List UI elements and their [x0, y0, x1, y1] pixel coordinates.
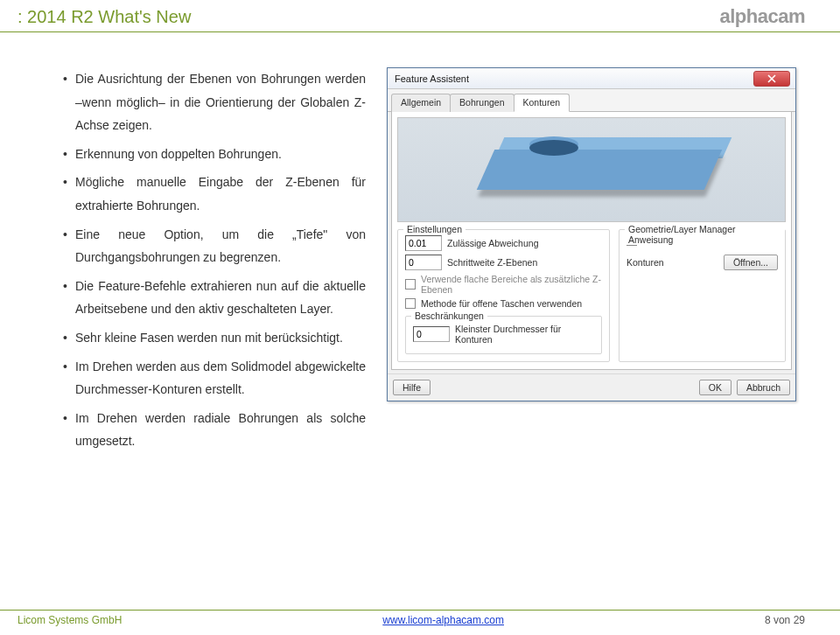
checkbox-flat-areas[interactable]	[405, 279, 416, 290]
dialog-title: Feature Assistent	[395, 73, 469, 84]
close-icon[interactable]	[753, 71, 790, 87]
bullet-item: Die Feature-Befehle extrahieren nun auf …	[63, 275, 366, 321]
chk-pockets-label: Methode für offene Taschen verwenden	[421, 298, 582, 309]
tolerance-field[interactable]	[405, 235, 442, 251]
dialog-titlebar[interactable]: Feature Assistent	[388, 68, 795, 89]
tab-strip: Allgemein Bohrungen Konturen	[388, 89, 795, 112]
min-diameter-field[interactable]	[413, 326, 450, 342]
group-beschraenkungen: Beschränkungen Kleinster Durchmesser für…	[405, 316, 602, 354]
sub-legend: Beschränkungen	[411, 311, 487, 321]
open-button[interactable]: Öffnen...	[724, 255, 778, 270]
settings-row: Einstellungen Zulässige Abweichung Schri…	[397, 229, 786, 362]
tab-konturen[interactable]: Konturen	[514, 94, 570, 112]
bullet-item: Im Drehen werden radiale Bohrungen als s…	[63, 407, 366, 453]
cancel-button[interactable]: Abbruch	[737, 380, 790, 395]
brand-logo: alphacam	[720, 5, 806, 28]
bullet-item: Die Ausrichtung der Ebenen von Bohrungen…	[63, 67, 366, 137]
dialog-screenshot: Feature Assistent Allgemein Bohrungen Ko…	[387, 67, 800, 458]
hole-icon	[529, 140, 578, 156]
tab-body: Einstellungen Zulässige Abweichung Schri…	[391, 112, 792, 370]
konturen-label: Konturen	[626, 257, 664, 268]
bullet-item: Mögliche manuelle Eingabe der Z-Ebenen f…	[63, 171, 366, 217]
bullet-item: Sehr kleine Fasen werden nun mit berücks…	[63, 326, 366, 350]
page-header: : 2014 R2 What's New alphacam	[0, 0, 840, 32]
ok-button[interactable]: OK	[699, 380, 732, 395]
min-diameter-label: Kleinster Durchmesser für Konturen	[455, 324, 594, 345]
page-footer: Licom Systems GmbH www.licom-alphacam.co…	[0, 610, 840, 626]
tab-allgemein[interactable]: Allgemein	[391, 94, 451, 112]
main-content: Die Ausrichtung der Ebenen von Bohrungen…	[0, 32, 840, 458]
group-einstellungen: Einstellungen Zulässige Abweichung Schri…	[397, 229, 610, 362]
solid-side-face	[477, 150, 722, 190]
bullet-item: Im Drehen werden aus dem Solidmodel abge…	[63, 355, 366, 401]
footer-link[interactable]: www.licom-alphacam.com	[382, 614, 504, 626]
bullet-item: Eine neue Option, um die „Tiefe" von Dur…	[63, 223, 366, 269]
preview-pane	[397, 117, 786, 222]
dialog-footer: Hilfe OK Abbruch	[388, 373, 795, 401]
group-legend: Einstellungen	[403, 224, 466, 234]
group-geometry-layer: Geometrie/Layer Manager Anweisung Ausfüh…	[619, 229, 786, 362]
feature-assistant-dialog: Feature Assistent Allgemein Bohrungen Ko…	[387, 67, 796, 401]
bullet-item: Erkennung von doppelten Bohrungen.	[63, 143, 366, 166]
checkbox-open-pockets[interactable]	[405, 298, 416, 309]
help-button[interactable]: Hilfe	[393, 380, 430, 395]
footer-spacer	[436, 380, 694, 395]
page-title: : 2014 R2 What's New	[18, 7, 191, 27]
footer-company: Licom Systems GmbH	[18, 614, 122, 626]
bullet-column: Die Ausrichtung der Ebenen von Bohrungen…	[51, 67, 366, 458]
group-legend-right: Geometrie/Layer Manager Anweisung	[625, 224, 785, 245]
step-label: Schrittweite Z-Ebenen	[447, 257, 537, 268]
tab-bohrungen[interactable]: Bohrungen	[450, 94, 514, 112]
step-field[interactable]	[405, 255, 442, 270]
page-number: 8 von 29	[765, 614, 805, 626]
tolerance-label: Zulässige Abweichung	[447, 238, 538, 248]
chk-flat-label: Verwende flache Bereiche als zusätzliche…	[421, 274, 602, 295]
